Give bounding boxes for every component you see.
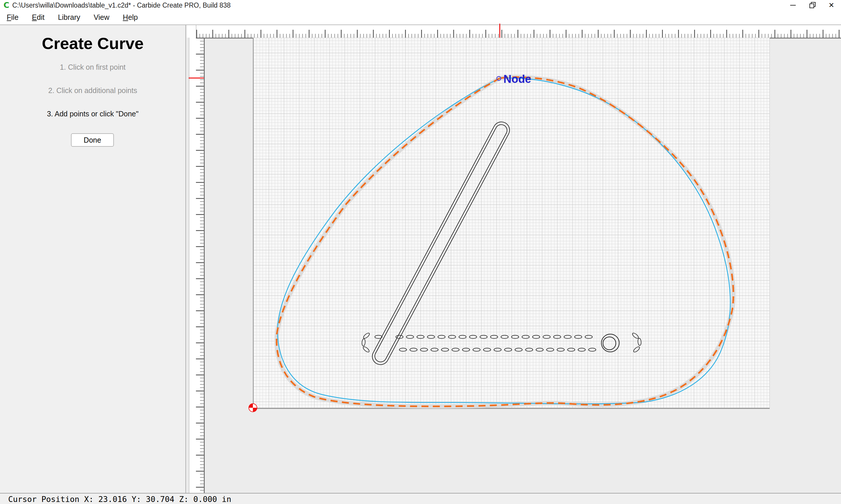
geometry-overlay: Node [0, 0, 841, 504]
app-window: C C:\Users\willa\Downloads\table_v1.c2d*… [0, 0, 841, 504]
band-dash [459, 336, 466, 339]
status-bar: Cursor Position X: 23.016 Y: 30.704 Z: 0… [0, 493, 841, 504]
band-dash [543, 336, 550, 339]
band-dash [375, 336, 382, 339]
band-dash [504, 348, 512, 352]
band-hole-inner[interactable] [603, 337, 616, 350]
band-dash [428, 336, 435, 339]
band-dash [410, 348, 417, 352]
band-dash [399, 348, 407, 352]
band-dash [417, 336, 424, 339]
band-dash [438, 336, 445, 339]
diagonal-slot-inner[interactable] [375, 125, 507, 362]
curve-shadow [276, 77, 733, 406]
origin-datum-icon[interactable] [249, 404, 257, 412]
band-dash [512, 336, 519, 339]
band-dash [633, 346, 640, 353]
band-dash [363, 332, 370, 339]
node-label: Node [503, 73, 531, 85]
band-dash [501, 336, 509, 339]
band-dash [578, 348, 585, 352]
band-dash [589, 348, 596, 352]
band-dash [463, 348, 470, 352]
band-dash [420, 348, 428, 352]
dashed-band[interactable] [361, 332, 641, 353]
band-dash [564, 336, 571, 339]
band-dash [442, 348, 449, 352]
band-dash [491, 336, 498, 339]
band-dash [469, 336, 477, 339]
band-dash [575, 336, 582, 339]
cursor-position-readout: Cursor Position X: 23.016 Y: 30.704 Z: 0… [8, 495, 231, 504]
band-dash [554, 336, 561, 339]
band-dash [526, 348, 533, 352]
band-dash [637, 338, 641, 346]
band-dash [473, 348, 480, 352]
band-dash [632, 332, 639, 339]
edit-curve-orange[interactable] [276, 77, 733, 406]
band-dash [494, 348, 501, 352]
band-dash [536, 348, 544, 352]
band-dash [568, 348, 575, 352]
band-dash [407, 336, 414, 339]
band-dash [480, 336, 487, 339]
band-dash [515, 348, 522, 352]
band-dash [362, 346, 370, 353]
band-dash [484, 348, 491, 352]
band-dash [452, 348, 459, 352]
band-dash [557, 348, 565, 352]
band-dash [522, 336, 529, 339]
band-dash [361, 339, 365, 346]
band-dash [585, 336, 593, 339]
band-dash [533, 336, 540, 339]
band-dash [448, 336, 456, 339]
band-dash [431, 348, 438, 352]
band-dash [547, 348, 554, 352]
reference-curve-blue[interactable] [277, 78, 730, 404]
